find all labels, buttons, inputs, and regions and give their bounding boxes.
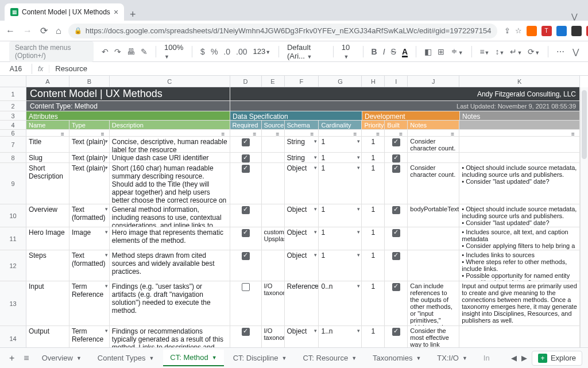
row-header[interactable]: 10 — [0, 204, 26, 227]
scroll-tabs-right[interactable]: ▶ — [521, 354, 527, 362]
col-description[interactable]: Description — [110, 121, 230, 129]
cell-name[interactable]: Slug — [26, 153, 69, 162]
close-tab-icon[interactable]: × — [114, 7, 118, 17]
col-header[interactable]: C — [110, 76, 230, 87]
filter-cell[interactable]: ≡ — [110, 130, 230, 136]
col-header[interactable]: F — [285, 76, 319, 87]
reload-button[interactable]: ⟳ — [40, 25, 48, 36]
ext-2-icon[interactable]: T — [541, 26, 552, 36]
cell-description[interactable]: Short (160 char) human readable summary … — [110, 163, 230, 204]
browser-tab[interactable]: ▦ Content Model | UX Methods × — [5, 3, 124, 21]
col-source[interactable]: Source — [262, 121, 285, 129]
cell-required[interactable] — [230, 250, 262, 281]
add-sheet-button[interactable]: + — [6, 353, 18, 363]
tab-taxonomies[interactable]: Taxonomies▼ — [366, 350, 428, 366]
col-priority[interactable]: Priority — [362, 121, 385, 129]
last-updated[interactable]: Last Updated: November 9, 2021 08:55:39 — [230, 101, 580, 111]
number-format-select[interactable]: 123▼ — [253, 47, 271, 56]
cell-required[interactable] — [230, 281, 262, 326]
undo-icon[interactable]: ↶ — [102, 47, 109, 56]
company-name[interactable]: Andy Fitzgerald Consulting, LLC — [230, 87, 580, 100]
checkbox[interactable] — [242, 252, 250, 260]
tab-overview[interactable]: Overview▼ — [35, 350, 88, 366]
ext-3-icon[interactable] — [556, 26, 567, 36]
tab-ct-discipline[interactable]: CT: Discipline▼ — [226, 350, 294, 366]
cell-notes[interactable] — [459, 326, 580, 347]
paint-format-icon[interactable]: ✎ — [141, 47, 148, 56]
cell-name[interactable]: Output — [26, 326, 69, 347]
checkbox[interactable] — [392, 328, 400, 336]
cell-type[interactable]: Text (plain)▾ — [69, 163, 110, 204]
cell-dev-notes[interactable] — [408, 250, 459, 281]
dropdown-icon[interactable]: ▾ — [105, 283, 108, 289]
font-size-select[interactable]: 10 ▼ — [342, 43, 355, 60]
cell-built[interactable] — [385, 204, 408, 227]
merge-icon[interactable]: ⫩▼ — [450, 47, 463, 56]
col-header[interactable]: I — [385, 76, 408, 87]
cell-description[interactable]: Method steps drawn from cited sources an… — [110, 250, 230, 281]
section-development[interactable]: Development — [362, 111, 460, 120]
back-button[interactable]: ← — [6, 26, 15, 36]
cell-built[interactable] — [385, 137, 408, 152]
filter-icon[interactable]: ≡ — [571, 131, 578, 136]
checkbox[interactable] — [242, 328, 250, 336]
dropdown-icon[interactable]: ▾ — [357, 252, 360, 258]
filter-icon[interactable]: ≡ — [353, 131, 360, 136]
cell-built[interactable] — [385, 250, 408, 281]
cell-notes[interactable]: • Object should include source metadata,… — [459, 204, 580, 227]
scrollbar-thumb[interactable] — [582, 90, 587, 159]
halign-icon[interactable]: ≡▼ — [479, 47, 489, 56]
cell-type[interactable]: Text (formatted)▾ — [69, 204, 110, 227]
cell-required[interactable] — [230, 227, 262, 250]
row-header[interactable]: 11 — [0, 227, 26, 250]
cell-schema[interactable]: Object▾ — [285, 204, 319, 227]
row-header[interactable]: 7 — [0, 137, 26, 153]
col-dev-notes[interactable]: Notes — [408, 121, 459, 129]
text-color-icon[interactable]: A — [402, 47, 408, 56]
cell-name[interactable]: Input — [26, 281, 69, 326]
zoom-select[interactable]: 100% ▼ — [164, 43, 184, 60]
dropdown-icon[interactable]: ▾ — [314, 328, 317, 334]
cell-priority[interactable]: 1 — [362, 204, 385, 227]
col-header[interactable]: K — [459, 76, 580, 87]
valign-icon[interactable]: ↕▼ — [496, 47, 505, 56]
redo-icon[interactable]: ↷ — [114, 47, 121, 56]
cell-schema[interactable]: Object▾ — [285, 163, 319, 204]
filter-cell[interactable]: ≡ — [230, 130, 262, 136]
wrap-icon[interactable]: ↵▼ — [510, 47, 522, 56]
checkbox[interactable] — [392, 252, 400, 260]
cell-cardinality[interactable]: 0..n▾ — [319, 281, 362, 326]
cell-schema[interactable]: String▾ — [285, 137, 319, 152]
cell-cardinality[interactable]: 1▾ — [319, 163, 362, 204]
window-control-icon[interactable]: ⋁ — [566, 12, 583, 21]
checkbox[interactable] — [392, 229, 400, 237]
print-icon[interactable]: 🖶 — [127, 47, 135, 56]
dropdown-icon[interactable]: ▾ — [314, 138, 317, 144]
cell-schema[interactable]: Object▾ — [285, 250, 319, 281]
font-select[interactable]: Default (Ari... ▼ — [287, 43, 325, 60]
column-headers[interactable]: A B C D E F G H I J K — [26, 76, 580, 87]
cell-name[interactable]: Overview — [26, 204, 69, 227]
col-name[interactable]: Name — [26, 121, 69, 129]
dropdown-icon[interactable]: ▾ — [357, 206, 360, 212]
col-header[interactable]: G — [319, 76, 362, 87]
filter-icon[interactable]: ≡ — [101, 131, 108, 136]
cell-name[interactable]: Steps — [26, 250, 69, 281]
explore-button[interactable]: + Explore — [532, 351, 582, 366]
cell-dev-notes[interactable] — [408, 227, 459, 250]
dropdown-icon[interactable]: ▾ — [105, 206, 108, 212]
dropdown-icon[interactable]: ▾ — [314, 206, 317, 212]
cell-name[interactable]: Hero Image — [26, 227, 69, 250]
dropdown-icon[interactable]: ▾ — [105, 252, 108, 258]
cell-dev-notes[interactable] — [408, 153, 459, 162]
bookmark-icon[interactable]: ☆ — [515, 26, 522, 35]
row-header[interactable]: 9 — [0, 163, 26, 204]
row-header[interactable]: 6 — [0, 130, 26, 137]
decrease-decimal-icon[interactable]: .0 — [223, 47, 230, 56]
cell-type[interactable]: Term Reference▾ — [69, 281, 110, 326]
cell-priority[interactable]: 1 — [362, 281, 385, 326]
forward-button[interactable]: → — [23, 26, 32, 36]
cell-cardinality[interactable]: 1..n▾ — [319, 326, 362, 347]
row-header[interactable]: 14 — [0, 326, 26, 347]
name-box[interactable]: A16 — [0, 64, 32, 74]
